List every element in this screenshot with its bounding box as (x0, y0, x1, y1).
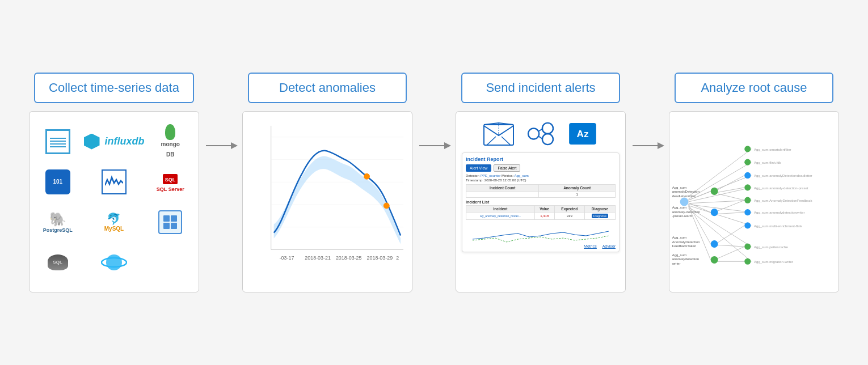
step-alerts-label: Send incident alerts (486, 80, 595, 95)
svg-point-76 (711, 240, 718, 248)
svg-text:Agg_sum anomalydetectionwriter: Agg_sum anomalydetectionwriter (754, 211, 804, 214)
sqlserver-wrap: SQL SQL Server (157, 172, 184, 192)
rootcause-graph-svg: Agg_sum smartalertfilter Agg_sum flink.f… (669, 112, 838, 292)
svg-point-28 (542, 123, 553, 134)
incident-table: Incident Count Anomaly Count 1 (466, 184, 616, 198)
svg-rect-3 (171, 215, 177, 222)
svg-text:Agg_sum: Agg_sum (672, 186, 687, 189)
sqlserver-text: SQL Server (157, 186, 184, 192)
logo-grafana (41, 126, 75, 157)
webhook-icon (525, 122, 556, 146)
postgresql-text: PostgreSQL (43, 227, 73, 233)
email-icon (483, 122, 514, 146)
logo-influxdb: influxdb (84, 126, 145, 157)
svg-rect-2 (163, 215, 170, 222)
mysql-icon: 🐬 (107, 212, 121, 226)
svg-text:Agg_sum: Agg_sum (672, 206, 687, 209)
col-anomaly-count: Anomaly Count (539, 185, 616, 192)
list-col-value: Value (534, 206, 554, 213)
svg-point-17 (384, 203, 389, 209)
step-collect-label: Collect time-series data (49, 80, 179, 95)
step-detect-label: Detect anomalies (279, 80, 376, 95)
svg-text:-preset-alarm: -preset-alarm (672, 214, 693, 218)
svg-marker-8 (231, 142, 238, 149)
advisor-link[interactable]: Advisor (602, 244, 616, 248)
svg-text:Agg_sum anomalyDetectiondeadle: Agg_sum anomalyDetectiondeadletter (754, 174, 812, 177)
svg-text:anomalyDetection: anomalyDetection (672, 190, 700, 193)
svg-point-29 (542, 134, 553, 145)
svg-text:anomalydetection: anomalydetection (672, 257, 699, 261)
svg-text:AnomalyDetection: AnomalyDetection (672, 240, 700, 244)
svg-marker-24 (444, 142, 451, 149)
logo-sql-barrel: SQL (41, 247, 75, 278)
logo-cosmosdb (84, 247, 145, 278)
azure-icon: Az (567, 122, 598, 146)
step-alerts-label-box: Send incident alerts (461, 73, 620, 103)
metrics-link[interactable]: Metrics (584, 244, 597, 248)
svg-text:Agg_sum multi-enrichment-flink: Agg_sum multi-enrichment-flink (754, 224, 803, 228)
logo-wavefront (84, 166, 145, 197)
logo-sqlserver: SQL SQL Server (154, 166, 188, 197)
false-alert-button[interactable]: False Alert (494, 164, 520, 172)
pipeline-container: Collect time-series data influxdb mongo (0, 50, 868, 315)
step-collect-content: influxdb mongo DB 101 (29, 111, 199, 292)
logo-101db: 101 (41, 166, 75, 197)
incident-btn-row[interactable]: Alert View False Alert (466, 164, 616, 172)
incident-report-title: Incident Report (466, 156, 616, 162)
svg-point-16 (364, 173, 370, 179)
svg-line-39 (689, 200, 752, 203)
svg-point-57 (744, 197, 751, 203)
svg-text:Agg_sum flink.fdb: Agg_sum flink.fdb (754, 161, 782, 164)
mongodb-wrap: mongo DB (161, 124, 180, 159)
postgresql-icon: 🐘 (49, 211, 66, 227)
metric-name: Agg_sum (514, 174, 528, 177)
logos-grid: influxdb mongo DB 101 (30, 114, 199, 289)
svg-line-36 (689, 162, 752, 199)
svg-point-27 (528, 128, 539, 139)
incident-container: Az Incident Report Alert View False Aler… (456, 112, 625, 292)
alert-view-button[interactable]: Alert View (466, 164, 491, 172)
svg-text:deadletterwriter: deadletterwriter (672, 194, 696, 198)
incident-value: 1,418 (534, 213, 554, 220)
svg-point-53 (744, 146, 751, 152)
svg-point-55 (744, 172, 751, 179)
influxdb-text: influxdb (105, 135, 145, 147)
svg-text:writer: writer (672, 262, 681, 265)
step-detect: Detect anomalies (242, 73, 412, 292)
svg-line-35 (689, 149, 752, 197)
incident-list-title: Incident List (466, 200, 616, 204)
svg-text:2018-03-29: 2018-03-29 (367, 255, 393, 261)
mini-chart-svg (466, 222, 616, 245)
diagnose-button[interactable]: Diagnose (592, 214, 608, 218)
grafana-icon (45, 129, 70, 154)
list-col-diagnose: Diagnose (584, 206, 615, 213)
incident-expected: 319 (554, 213, 584, 220)
svg-text:Agg_sum pettescache: Agg_sum pettescache (754, 245, 788, 249)
arrow-3 (626, 137, 669, 154)
hbase-icon (158, 210, 182, 234)
anomaly-chart-svg: -03-17 2018-03-21 2018-03-25 2018-03-29 … (248, 117, 406, 281)
svg-text:2: 2 (396, 255, 399, 261)
logo-hbase (154, 206, 188, 237)
svg-point-58 (744, 209, 751, 215)
svg-line-82 (718, 213, 745, 214)
svg-text:Agg_sum anomaly-detection-pres: Agg_sum anomaly-detection-preset (754, 186, 808, 190)
col-incident-count: Incident Count (466, 185, 539, 192)
rootcause-graph: Agg_sum smartalertfilter Agg_sum flink.f… (669, 112, 838, 292)
svg-point-59 (744, 222, 751, 228)
step-detect-content: -03-17 2018-03-21 2018-03-25 2018-03-29 … (242, 111, 412, 292)
arrow-1 (199, 137, 242, 154)
step-collect: Collect time-series data influxdb mongo (29, 73, 199, 292)
step-rootcause-label: Analyze root cause (701, 80, 807, 95)
svg-line-43 (689, 209, 752, 261)
alert-icons-row: Az (483, 122, 598, 146)
arrow-3-svg (630, 137, 664, 154)
incident-report-box: Incident Report Alert View False Alert D… (462, 152, 620, 252)
svg-text:anomaly-detection: anomaly-detection (672, 210, 700, 214)
svg-line-84 (718, 245, 745, 247)
hbase-svg (162, 214, 178, 230)
svg-point-54 (744, 159, 751, 165)
list-col-incident: Incident (466, 206, 535, 213)
wavefront-icon (102, 169, 127, 194)
svg-text:Agg_sum migration-writer: Agg_sum migration-writer (754, 260, 793, 264)
